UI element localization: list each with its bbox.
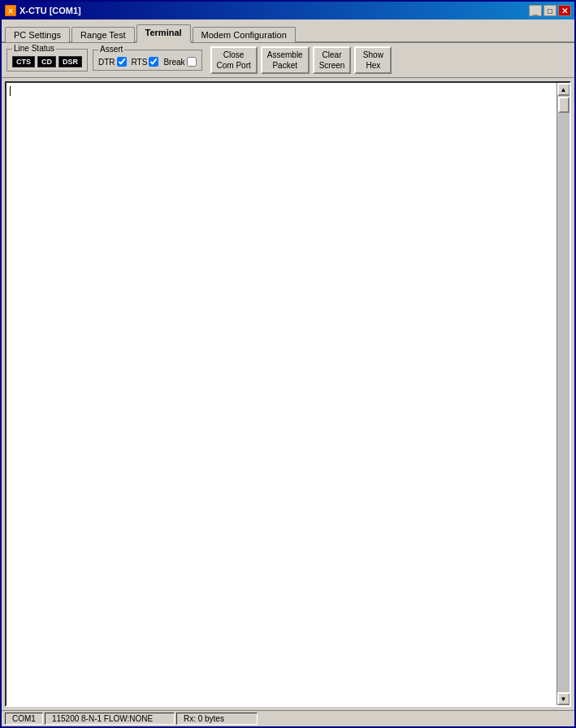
line-status-group: Line Status CTS CD DSR (6, 49, 88, 72)
assemble-packet-button[interactable]: AssemblePacket (261, 46, 310, 74)
terminal-content[interactable] (6, 83, 557, 705)
dsr-led: DSR (58, 56, 82, 67)
status-bar: COM1 115200 8-N-1 FLOW:NONE Rx: 0 bytes (2, 710, 574, 726)
scroll-thumb[interactable] (558, 97, 570, 113)
status-rx-info: Rx: 0 bytes (176, 713, 258, 725)
window-title: X-CTU [COM1] (19, 6, 81, 15)
break-assert-item: Break (163, 57, 196, 67)
toolbar: Line Status CTS CD DSR Assert DTR RTS (2, 43, 574, 78)
main-window: X X-CTU [COM1] _ □ ✕ PC Settings Range T… (0, 0, 576, 728)
tab-pc-settings[interactable]: PC Settings (5, 27, 70, 42)
status-baud-info: 115200 8-N-1 FLOW:NONE (45, 713, 175, 725)
title-bar: X X-CTU [COM1] _ □ ✕ (2, 2, 574, 20)
title-buttons: _ □ ✕ (529, 5, 571, 16)
cts-led: CTS (12, 56, 35, 67)
close-com-port-button[interactable]: CloseCom Port (210, 46, 258, 74)
close-button[interactable]: ✕ (558, 5, 571, 16)
cd-led: CD (37, 56, 56, 67)
rts-label: RTS (132, 58, 148, 67)
rts-assert-item: RTS (132, 57, 159, 67)
dtr-checkbox[interactable] (117, 57, 127, 67)
scroll-track (557, 96, 570, 692)
terminal-cursor (10, 86, 11, 96)
status-com-port: COM1 (5, 713, 43, 725)
tab-range-test[interactable]: Range Test (71, 27, 134, 42)
scroll-up-button[interactable]: ▲ (557, 83, 570, 96)
rts-checkbox[interactable] (149, 57, 158, 67)
show-hex-button[interactable]: ShowHex (354, 46, 392, 74)
line-status-label: Line Status (12, 44, 56, 53)
tab-terminal[interactable]: Terminal (136, 24, 191, 43)
dtr-assert-item: DTR (98, 57, 127, 67)
minimize-button[interactable]: _ (529, 5, 542, 16)
maximize-button[interactable]: □ (544, 5, 557, 16)
tabs-bar: PC Settings Range Test Terminal Modem Co… (2, 20, 574, 43)
assert-label: Assert (98, 45, 124, 54)
title-bar-left: X X-CTU [COM1] (5, 5, 81, 16)
dtr-label: DTR (98, 58, 115, 67)
scrollbar: ▲ ▼ (557, 83, 570, 705)
tab-modem-configuration[interactable]: Modem Configuration (193, 27, 296, 42)
assert-items: DTR RTS Break (98, 52, 197, 67)
toolbar-buttons: CloseCom Port AssemblePacket ClearScreen… (210, 46, 392, 74)
scroll-down-button[interactable]: ▼ (557, 692, 570, 705)
break-checkbox[interactable] (187, 57, 197, 67)
line-status-indicators: CTS CD DSR (12, 51, 82, 67)
terminal-area[interactable]: ▲ ▼ (5, 81, 571, 707)
assert-group: Assert DTR RTS Break (93, 50, 202, 71)
clear-screen-button[interactable]: ClearScreen (313, 46, 352, 74)
app-icon: X (5, 5, 16, 16)
break-label: Break (163, 58, 184, 67)
